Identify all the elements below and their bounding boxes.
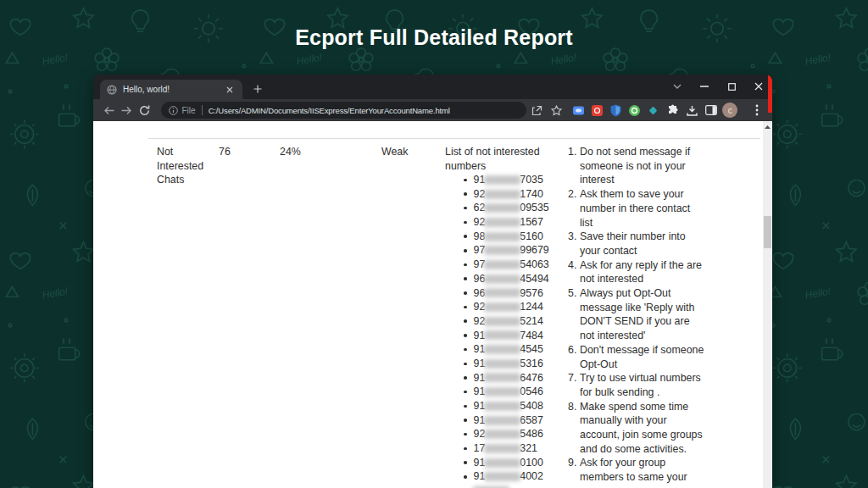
avatar-letter: c: [728, 106, 732, 115]
browser-tab[interactable]: Hello, world!: [100, 80, 242, 99]
page-content: Not Interested Chats 76 24% Weak List of…: [93, 121, 772, 488]
share-icon[interactable]: [529, 101, 545, 119]
number-prefix: 91: [474, 371, 486, 385]
extensions-puzzle-icon[interactable]: [665, 101, 682, 119]
numbers-list-title: List of not interested numbers: [445, 145, 545, 173]
tip-text: Make spend some time manually with your …: [580, 400, 714, 457]
redacted-digits: [484, 402, 520, 411]
bookmark-star-icon[interactable]: [548, 101, 564, 119]
redacted-number-item: 921567: [464, 215, 549, 230]
bullet-dot: [464, 419, 467, 422]
redacted-number-item: 9754063: [464, 258, 549, 272]
maximize-button[interactable]: [718, 75, 745, 98]
bullet-dot: [464, 192, 467, 196]
number-suffix: 5486: [520, 427, 543, 441]
address-bar[interactable]: File C:/Users/ADMIN/Documents/IISExpress…: [161, 102, 527, 119]
number-suffix: 1244: [520, 300, 543, 314]
reload-icon[interactable]: [136, 101, 153, 119]
number-prefix: 91: [474, 413, 486, 428]
redacted-number-item: 6209535: [464, 201, 549, 215]
tip-item: 1.Do not send message if someone is not …: [568, 145, 714, 187]
scroll-up-icon[interactable]: [763, 121, 772, 132]
number-suffix: 0546: [520, 385, 543, 399]
number-suffix: 45494: [520, 272, 548, 286]
tip-text: Save their number into your contact: [580, 230, 714, 258]
number-prefix: 91: [474, 329, 486, 343]
bullet-dot: [464, 376, 467, 380]
redacted-number-item: 916587: [464, 413, 549, 428]
number-suffix: 7484: [520, 329, 543, 343]
download-icon[interactable]: [684, 101, 700, 119]
tip-number: 6.: [568, 343, 580, 371]
redacted-number-item: 921740: [464, 187, 549, 202]
extension-shield-icon[interactable]: [607, 101, 626, 119]
bullet-dot: [464, 249, 467, 252]
extension-red-icon[interactable]: [588, 101, 607, 119]
profile-avatar[interactable]: c: [722, 103, 737, 118]
redacted-digits: [484, 373, 520, 382]
bullet-dot: [464, 391, 467, 394]
tip-number: 8.: [568, 400, 580, 457]
tip-item: 5.Always put Opt-Out message like 'Reply…: [568, 286, 714, 343]
tab-strip: Hello, world!: [93, 75, 772, 99]
number-suffix: 1567: [520, 215, 543, 230]
redacted-number-item: 916476: [464, 371, 549, 385]
tip-text: Ask them to save your number in there co…: [580, 187, 714, 230]
back-icon[interactable]: [100, 101, 118, 119]
row-count: 76: [219, 145, 231, 159]
number-suffix: 99679: [520, 243, 548, 258]
url-scheme-label: File: [182, 106, 196, 115]
redacted-number-item: 910546: [464, 385, 549, 399]
redacted-digits: [484, 260, 520, 269]
tab-search-chevron-icon[interactable]: [664, 75, 691, 98]
extension-green-icon[interactable]: [626, 101, 644, 119]
redacted-number-item: 917035: [464, 173, 549, 187]
number-suffix: 5214: [520, 314, 543, 329]
number-suffix: 4002: [520, 469, 543, 484]
side-panel-icon[interactable]: [703, 101, 719, 119]
row-label: Not Interested Chats: [157, 145, 211, 187]
redacted-number-item: 969576: [464, 286, 549, 301]
bullet-dot: [464, 433, 467, 436]
redacted-digits: [484, 288, 520, 297]
new-tab-button[interactable]: [249, 80, 266, 97]
redacted-digits: [484, 302, 520, 312]
tip-item: 8.Make spend some time manually with you…: [568, 400, 714, 457]
forward-icon[interactable]: [118, 101, 136, 119]
number-suffix: 9576: [520, 286, 543, 301]
redacted-number-item: 915316: [464, 357, 549, 371]
row-rating: Weak: [381, 145, 408, 159]
number-prefix: 91: [474, 173, 486, 187]
scrollbar[interactable]: [763, 121, 772, 488]
browser-window: Hello, world!: [93, 75, 772, 488]
tip-item: 4.Ask for any reply if the are not inter…: [568, 258, 714, 286]
redacted-number-item: 910100: [464, 456, 549, 470]
number-suffix: 1740: [520, 187, 543, 202]
number-prefix: 92: [474, 427, 486, 441]
number-prefix: 92: [474, 187, 486, 202]
tab-close-icon[interactable]: [224, 84, 236, 96]
extension-blue-icon[interactable]: [570, 101, 588, 119]
number-prefix: 96: [474, 286, 486, 301]
redacted-digits: [484, 458, 520, 468]
redacted-number-item: 925486: [464, 427, 549, 441]
number-prefix: 91: [474, 342, 486, 357]
tip-number: 2.: [568, 187, 580, 230]
minimize-button[interactable]: [691, 75, 718, 98]
number-prefix: 62: [474, 201, 486, 215]
extension-teal-icon[interactable]: [644, 101, 663, 119]
scrollbar-thumb[interactable]: [764, 216, 771, 248]
number-suffix: 0100: [520, 456, 543, 470]
bullet-dot: [464, 461, 467, 464]
tip-text: Ask for your group members to same your: [580, 456, 714, 484]
number-suffix: 7035: [520, 173, 543, 187]
number-prefix: 96: [474, 272, 486, 286]
menu-dots-icon[interactable]: [749, 101, 765, 119]
number-prefix: 97: [474, 258, 486, 272]
number-prefix: 17: [474, 441, 486, 456]
tip-text: Try to use virtual numbers for bulk send…: [580, 371, 714, 399]
redacted-number-item: 17321: [464, 441, 549, 456]
number-prefix: 91: [474, 357, 486, 371]
number-prefix: 97: [474, 243, 486, 258]
redacted-digits: [484, 430, 520, 439]
